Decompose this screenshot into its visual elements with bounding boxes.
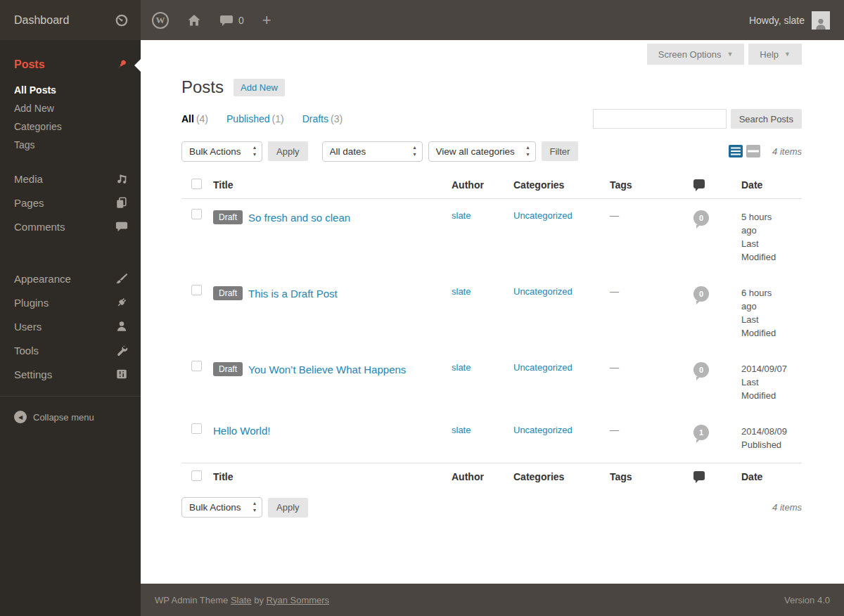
comment-count-bubble[interactable]: 0	[693, 286, 709, 302]
comments-icon	[115, 220, 128, 233]
appearance-label: Appearance	[14, 273, 71, 285]
sidebar-item-dashboard[interactable]: Dashboard	[0, 0, 141, 40]
filter-published-label: Published	[226, 113, 270, 124]
filter-button[interactable]: Filter	[542, 141, 579, 161]
row-checkbox[interactable]	[191, 285, 202, 295]
excerpt-view-icon[interactable]	[746, 144, 761, 158]
filter-drafts-label: Drafts	[302, 113, 328, 124]
column-tags: Tags	[610, 463, 693, 491]
search-posts-button[interactable]: Search Posts	[731, 109, 802, 129]
post-title-link[interactable]: This is a Draft Post	[248, 288, 338, 300]
column-comments[interactable]	[693, 172, 741, 199]
sidebar-item-users[interactable]: Users	[0, 314, 141, 338]
theme-author-link[interactable]: Ryan Sommers	[267, 595, 330, 605]
sidebar-item-comments[interactable]: Comments	[0, 214, 141, 238]
screen-options-button[interactable]: Screen Options ▼	[647, 44, 745, 65]
sidebar-item-plugins[interactable]: Plugins	[0, 290, 141, 314]
column-title[interactable]: Title	[213, 172, 452, 199]
posts-submenu: All Posts Add New Categories Tags	[14, 81, 128, 154]
comment-count-bubble[interactable]: 1	[693, 425, 709, 440]
date-cell: 2014/08/09Published	[741, 413, 802, 463]
row-checkbox[interactable]	[191, 361, 202, 371]
table-footer: Title Author Categories Tags Date	[181, 463, 802, 491]
sidebar-item-add-new[interactable]: Add New	[14, 99, 128, 117]
author-link[interactable]: slate	[452, 425, 471, 435]
collapse-menu-label: Collapse menu	[33, 412, 94, 423]
bulk-actions-select-bottom[interactable]: Bulk Actions	[181, 497, 262, 518]
category-link[interactable]: Uncategorized	[513, 362, 573, 373]
sidebar-item-posts[interactable]: Posts	[14, 58, 128, 71]
bulk-actions-select[interactable]: Bulk Actions	[181, 141, 262, 162]
select-all-checkbox[interactable]	[191, 470, 202, 481]
dates-select[interactable]: All dates	[322, 141, 423, 162]
tags-value: —	[610, 362, 619, 373]
select-all-checkbox[interactable]	[191, 179, 202, 189]
screen-options-label: Screen Options	[658, 49, 722, 60]
column-tags: Tags	[610, 172, 693, 199]
column-categories: Categories	[513, 172, 610, 199]
post-title-link[interactable]: So fresh and so clean	[248, 212, 350, 224]
apply-button[interactable]: Apply	[268, 141, 308, 161]
sidebar-item-tools[interactable]: Tools	[0, 338, 141, 362]
help-button[interactable]: Help ▼	[748, 44, 802, 65]
dashboard-icon	[115, 14, 128, 27]
column-title[interactable]: Title	[213, 463, 452, 491]
column-author: Author	[452, 172, 513, 199]
post-title-link[interactable]: You Won’t Believe What Happens	[248, 364, 406, 376]
category-link[interactable]: Uncategorized	[513, 425, 573, 435]
sidebar-item-tags[interactable]: Tags	[14, 136, 128, 154]
admin-bar-left: W 0 +	[152, 12, 271, 29]
sidebar-item-appearance[interactable]: Appearance	[0, 267, 141, 290]
admin-bar-comment-count: 0	[238, 15, 244, 26]
filter-published[interactable]: Published(1)	[226, 113, 284, 124]
content-area: Screen Options ▼ Help ▼ Posts Add New Al…	[141, 40, 844, 584]
wrench-icon-label: Tools	[14, 345, 39, 357]
row-checkbox[interactable]	[191, 423, 202, 434]
categories-select[interactable]: View all categories	[428, 141, 536, 162]
author-link[interactable]: slate	[452, 362, 471, 373]
admin-bar-account[interactable]: Howdy, slate	[749, 11, 830, 30]
table-row: Hello World! slate Uncategorized — 1 201…	[181, 413, 802, 463]
new-content-plus-icon[interactable]: +	[262, 13, 271, 27]
category-link[interactable]: Uncategorized	[513, 286, 573, 297]
comments-column-icon	[693, 179, 705, 188]
sidebar-item-categories[interactable]: Categories	[14, 117, 128, 136]
row-checkbox[interactable]	[191, 209, 202, 219]
comment-count-bubble[interactable]: 0	[693, 362, 709, 378]
theme-link[interactable]: Slate	[231, 595, 252, 605]
list-view-icon[interactable]	[728, 144, 743, 158]
post-title-link[interactable]: Hello World!	[213, 425, 270, 437]
sidebar-menu-lower: Appearance Plugins Users Tools Settings	[0, 267, 141, 386]
chevron-down-icon: ▼	[727, 51, 733, 58]
search-input[interactable]	[593, 109, 727, 129]
sidebar-item-pages[interactable]: Pages	[0, 191, 141, 214]
sidebar-item-settings[interactable]: Settings	[0, 362, 141, 386]
author-link[interactable]: slate	[452, 286, 471, 297]
users-label: Users	[14, 321, 41, 333]
category-link[interactable]: Uncategorized	[513, 210, 573, 221]
media-icon	[115, 172, 128, 185]
items-count-bottom: 4 items	[772, 502, 802, 513]
dates-select-wrap: All dates ▴▾	[322, 141, 423, 162]
admin-bar-comments[interactable]: 0	[219, 13, 244, 27]
column-comments[interactable]	[693, 463, 741, 491]
add-new-button[interactable]: Add New	[234, 79, 285, 96]
bottom-toolbar-left: Bulk Actions ▴▾ Apply	[181, 497, 308, 518]
filter-all[interactable]: All(4)	[181, 113, 208, 124]
column-date[interactable]: Date	[741, 172, 802, 199]
collapse-menu-button[interactable]: ◀ Collapse menu	[0, 397, 141, 423]
apply-button-bottom[interactable]: Apply	[268, 498, 308, 518]
column-date[interactable]: Date	[741, 463, 802, 491]
wordpress-logo-icon[interactable]: W	[152, 12, 169, 29]
help-label: Help	[760, 49, 779, 60]
table-row: DraftSo fresh and so clean slate Uncateg…	[181, 199, 802, 276]
filter-drafts[interactable]: Drafts(3)	[302, 113, 343, 124]
sidebar-item-media[interactable]: Media	[0, 167, 141, 191]
author-link[interactable]: slate	[452, 210, 471, 221]
categories-select-wrap: View all categories ▴▾	[428, 141, 536, 162]
sidebar-item-all-posts[interactable]: All Posts	[14, 81, 128, 99]
plug-icon	[115, 296, 128, 309]
home-icon[interactable]	[187, 13, 201, 27]
comment-count-bubble[interactable]: 0	[693, 210, 709, 226]
status-badge: Draft	[213, 210, 243, 224]
